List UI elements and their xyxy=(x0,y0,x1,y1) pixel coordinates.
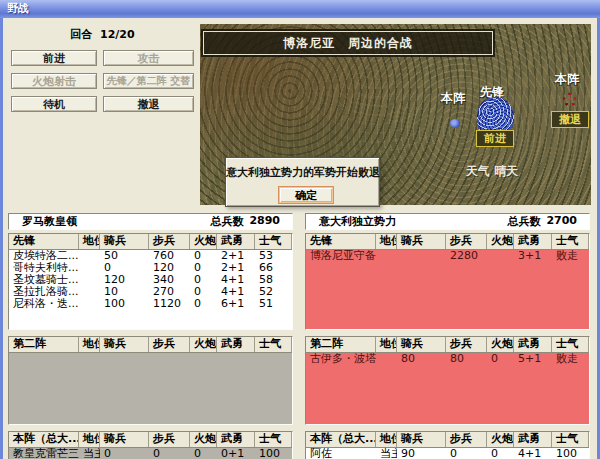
unit-name: 圣坟墓骑士... xyxy=(9,274,79,286)
unit-infantry: 760 xyxy=(149,250,190,262)
window-title: 野战 xyxy=(7,2,29,15)
unit-artillery: 0 xyxy=(190,298,217,310)
unit-row: 圣坟墓骑士... 120 340 0 4+1 58 xyxy=(9,274,292,286)
section-title: 第二阵 xyxy=(9,337,79,352)
unit-infantry: 120 xyxy=(149,262,190,274)
unit-name: 阿佐 xyxy=(306,448,376,459)
unit-valor: 2+1 xyxy=(217,250,255,262)
unit-infantry: 0 xyxy=(149,448,190,459)
right-total-value: 2700 xyxy=(546,214,577,229)
unit-valor: 5+1 xyxy=(514,353,552,365)
ok-button[interactable]: 确定 xyxy=(278,186,334,204)
weather-label: 天气 晴天 xyxy=(466,163,518,180)
table-body: 教皇克雷芒三世 当主 0 0 0 0+1 100 xyxy=(9,448,292,459)
unit-row: 博洛尼亚守备兵 2280 3+1 败走 xyxy=(306,250,589,262)
table-body: 古伊多・波塔洛 80 80 0 5+1 败走 xyxy=(306,353,589,424)
column-cavalry: 骑兵 xyxy=(100,234,149,249)
left-faction-name: 罗马教皇领 xyxy=(22,214,77,229)
message-dialog: 意大利独立势力的军势开始败退 确定 xyxy=(225,157,380,207)
unit-artillery: 0 xyxy=(190,250,217,262)
unit-name: 尼科洛・迭... xyxy=(9,298,79,310)
unit-infantry: 0 xyxy=(446,448,487,459)
unit-valor: 4+1 xyxy=(514,448,552,459)
column-valor: 武勇 xyxy=(514,234,552,249)
right-faction-name: 意大利独立势力 xyxy=(319,214,396,229)
left-camp-table: 本阵（总大... 地位 骑兵 步兵 火炮 武勇 士气 教皇克雷芒三世 当主 0 … xyxy=(8,431,293,459)
section-title: 第二阵 xyxy=(306,337,376,352)
artillery-fire-button[interactable]: 火炮射击 xyxy=(11,73,97,89)
column-artillery: 火炮 xyxy=(190,234,217,249)
left-total-value: 2890 xyxy=(249,214,280,229)
attack-button[interactable]: 攻击 xyxy=(103,50,194,66)
unit-morale: 51 xyxy=(255,298,292,310)
table-header: 本阵（总大... 地位 骑兵 步兵 火炮 武勇 士气 xyxy=(9,432,292,448)
unit-row: 皮埃特洛二... 50 760 0 2+1 53 xyxy=(9,250,292,262)
unit-valor: 2+1 xyxy=(217,262,255,274)
column-rank: 地位 xyxy=(79,432,100,447)
column-infantry: 步兵 xyxy=(149,432,190,447)
unit-morale: 100 xyxy=(255,448,292,459)
column-artillery: 火炮 xyxy=(487,432,514,447)
unit-valor: 0+1 xyxy=(217,448,255,459)
unit-cavalry: 100 xyxy=(100,298,149,310)
advance-button[interactable]: 前进 xyxy=(11,50,97,66)
battle-window: { "window": { "title": "野战" }, "controls… xyxy=(0,0,600,459)
unit-cavalry: 90 xyxy=(397,448,446,459)
unit-valor: 4+1 xyxy=(217,286,255,298)
ally-camp-label: 本阵 xyxy=(441,90,465,107)
table-body: 阿佐 当主 90 0 0 4+1 100 xyxy=(306,448,589,459)
unit-row: 圣拉扎洛骑... 10 270 0 4+1 52 xyxy=(9,286,292,298)
turn-counter: 回合 12/20 xyxy=(11,27,194,42)
unit-rank: 当主 xyxy=(79,448,100,459)
window-titlebar[interactable]: 野战 xyxy=(0,0,600,18)
unit-morale: 败走 xyxy=(552,250,589,262)
column-cavalry: 骑兵 xyxy=(100,337,149,352)
enemy-order-badge: 撤退 xyxy=(551,111,589,128)
swap-lines-button[interactable]: 先锋／第二阵 交替 xyxy=(103,73,194,89)
column-cavalry: 骑兵 xyxy=(397,234,446,249)
battle-title: 博洛尼亚 周边的合战 xyxy=(283,35,413,52)
table-header: 第二阵 地位 骑兵 步兵 火炮 武勇 士气 xyxy=(9,337,292,353)
unit-name: 皮埃特洛二... xyxy=(9,250,79,262)
unit-row: 阿佐 当主 90 0 0 4+1 100 xyxy=(306,448,589,459)
unit-valor: 4+1 xyxy=(217,274,255,286)
column-morale: 士气 xyxy=(552,432,589,447)
unit-row: 尼科洛・迭... 100 1120 0 6+1 51 xyxy=(9,298,292,310)
table-body xyxy=(9,353,292,424)
unit-artillery: 0 xyxy=(190,286,217,298)
unit-rank xyxy=(79,250,100,262)
unit-rank xyxy=(376,353,397,365)
column-rank: 地位 xyxy=(79,337,100,352)
unit-artillery: 0 xyxy=(487,353,514,365)
column-rank: 地位 xyxy=(376,337,397,352)
retreat-button[interactable]: 撤退 xyxy=(103,96,194,112)
unit-row: 教皇克雷芒三世 当主 0 0 0 0+1 100 xyxy=(9,448,292,459)
column-morale: 士气 xyxy=(552,234,589,249)
table-header: 先锋 地位 骑兵 步兵 火炮 武勇 士气 xyxy=(306,234,589,250)
column-artillery: 火炮 xyxy=(190,337,217,352)
table-header: 第二阵 地位 骑兵 步兵 火炮 武勇 士气 xyxy=(306,337,589,353)
left-vanguard-table: 先锋 地位 骑兵 步兵 火炮 武勇 士气 皮埃特洛二... 50 760 0 2… xyxy=(8,233,293,330)
ally-order-badge: 前进 xyxy=(476,130,514,147)
unit-morale: 66 xyxy=(255,262,292,274)
column-rank: 地位 xyxy=(376,432,397,447)
unit-artillery: 0 xyxy=(190,262,217,274)
unit-rank: 当主 xyxy=(376,448,397,459)
unit-morale: 58 xyxy=(255,274,292,286)
section-title: 先锋 xyxy=(306,234,376,249)
standby-button[interactable]: 待机 xyxy=(11,96,97,112)
column-artillery: 火炮 xyxy=(487,234,514,249)
unit-artillery xyxy=(487,250,514,262)
column-cavalry: 骑兵 xyxy=(397,337,446,352)
table-header: 先锋 地位 骑兵 步兵 火炮 武勇 士气 xyxy=(9,234,292,250)
column-morale: 士气 xyxy=(255,337,292,352)
dialog-message: 意大利独立势力的军势开始败退 xyxy=(226,165,379,180)
unit-name: 古伊多・波塔洛 xyxy=(306,353,376,365)
column-infantry: 步兵 xyxy=(446,234,487,249)
section-title: 本阵（总大... xyxy=(306,432,376,447)
column-infantry: 步兵 xyxy=(446,337,487,352)
unit-rank xyxy=(79,298,100,310)
unit-morale: 败走 xyxy=(552,353,589,365)
unit-infantry: 80 xyxy=(446,353,487,365)
left-total-label: 总兵数 xyxy=(210,214,243,229)
